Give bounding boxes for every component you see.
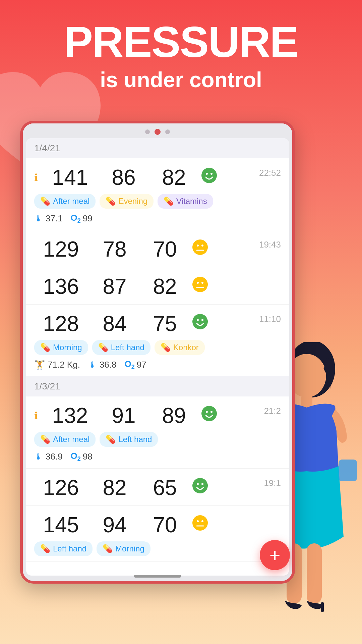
systolic-value: 141: [43, 165, 97, 190]
tag-icon: 💊: [40, 544, 50, 553]
alert-icon: ℹ: [34, 172, 38, 183]
svg-rect-6: [321, 602, 324, 612]
tag-icon: 💊: [103, 544, 113, 553]
weight-value: 71.2 Kg.: [48, 360, 80, 370]
camera-dot-center: [155, 129, 161, 135]
o2-reading: O2 97: [124, 359, 146, 371]
date-header: 1/4/21: [26, 138, 289, 158]
extra-readings: 🏋 71.2 Kg. 🌡 36.8 O2 97: [34, 359, 281, 371]
mood-emoji: [192, 477, 208, 498]
thermometer-icon: 🌡: [34, 451, 43, 462]
mood-emoji: [192, 239, 208, 260]
app-screen: 1/4/21ℹ141868222:52💊After meal💊Evening💊V…: [26, 138, 289, 576]
pulse-value: 89: [150, 403, 197, 428]
thermometer-icon: 🌡: [34, 213, 43, 224]
svg-point-22: [201, 406, 217, 421]
temp-value: 37.1: [46, 213, 63, 224]
svg-point-26: [197, 483, 199, 485]
o2-value: 99: [83, 213, 93, 224]
tag-item: 💊Morning: [97, 541, 150, 556]
svg-point-21: [201, 319, 203, 321]
systolic-value: 126: [34, 475, 88, 500]
reading-row[interactable]: 128847511:10💊Morning💊Left hand💊Konkor 🏋 …: [26, 305, 289, 376]
svg-point-30: [201, 520, 203, 522]
svg-point-13: [201, 245, 203, 247]
o2-label: O2: [71, 451, 81, 463]
svg-rect-5: [307, 543, 322, 604]
weight-icon: 🏋: [34, 360, 45, 370]
reading-time: 22:52: [259, 168, 281, 178]
tags-row: 💊After meal💊Left hand: [34, 432, 281, 447]
temp-reading: 🌡 37.1: [34, 213, 63, 224]
pulse-value: 82: [150, 165, 197, 190]
home-indicator: [134, 575, 181, 578]
reading-row[interactable]: ℹ132918921:2💊After meal💊Left hand 🌡 36.9…: [26, 396, 289, 468]
tag-item: 💊Konkor: [155, 340, 205, 355]
reading-row[interactable]: 1459470💊Left hand💊Morning: [26, 506, 289, 562]
tags-row: 💊Morning💊Left hand💊Konkor: [34, 340, 281, 355]
systolic-value: 129: [34, 237, 88, 262]
pulse-value: 82: [141, 274, 188, 299]
temp-value: 36.8: [100, 360, 117, 370]
reading-time: 21:2: [264, 406, 281, 416]
hero-title: PRESSURE: [20, 20, 342, 64]
svg-point-20: [197, 319, 199, 321]
extra-readings: 🌡 36.9 O2 98: [34, 451, 281, 463]
temp-value: 36.9: [46, 451, 63, 462]
tag-item: 💊Left hand: [92, 340, 150, 355]
pulse-value: 70: [141, 513, 188, 537]
pulse-value: 75: [141, 311, 188, 336]
reading-time: 11:10: [259, 314, 281, 324]
date-header: 1/3/21: [26, 376, 289, 396]
svg-rect-7: [339, 460, 357, 481]
o2-reading: O2 99: [71, 213, 93, 224]
tag-item: 💊After meal: [34, 432, 96, 447]
thermometer-icon: 🌡: [88, 360, 97, 370]
pulse-value: 70: [141, 237, 188, 262]
tag-item: 💊Left hand: [100, 432, 158, 447]
mood-emoji: [192, 276, 208, 297]
diastolic-value: 94: [88, 513, 141, 537]
tag-icon: 💊: [106, 197, 116, 206]
reading-row[interactable]: 1368782: [26, 267, 289, 305]
hero-section: PRESSURE is under control: [0, 20, 362, 93]
add-reading-button[interactable]: +: [260, 540, 290, 570]
temp-reading: 🌡 36.9: [34, 451, 63, 462]
tag-icon: 💊: [40, 435, 50, 444]
svg-point-17: [201, 282, 203, 284]
svg-point-19: [192, 314, 208, 329]
tag-icon: 💊: [106, 435, 116, 444]
tag-item: 💊Left hand: [34, 541, 93, 556]
svg-point-15: [192, 277, 208, 292]
camera-dot-right: [165, 129, 170, 134]
diastolic-value: 84: [88, 311, 141, 336]
svg-point-11: [192, 239, 208, 255]
camera-dots: [23, 123, 292, 138]
reading-row[interactable]: ℹ141868222:52💊After meal💊Evening💊Vitamin…: [26, 158, 289, 230]
o2-label: O2: [71, 213, 81, 224]
systolic-value: 128: [34, 311, 88, 336]
device-frame: 1/4/21ℹ141868222:52💊After meal💊Evening💊V…: [20, 121, 295, 584]
systolic-value: 145: [34, 513, 88, 537]
reading-row[interactable]: 126826519:1: [26, 469, 289, 506]
tag-icon: 💊: [98, 343, 108, 352]
svg-point-9: [206, 173, 208, 175]
tag-icon: 💊: [40, 197, 50, 206]
diastolic-value: 87: [88, 274, 141, 299]
tag-item: 💊Morning: [34, 340, 88, 355]
reading-time: 19:1: [264, 478, 281, 488]
o2-reading: O2 98: [71, 451, 93, 463]
diastolic-value: 91: [97, 403, 150, 428]
diastolic-value: 82: [88, 475, 141, 500]
camera-dot-left: [145, 129, 150, 134]
diastolic-value: 86: [97, 165, 150, 190]
diastolic-value: 78: [88, 237, 141, 262]
tag-item: 💊Evening: [100, 194, 154, 209]
tag-icon: 💊: [40, 343, 50, 352]
reading-row[interactable]: 129787019:43: [26, 230, 289, 267]
svg-point-10: [210, 173, 213, 175]
svg-point-28: [192, 515, 208, 531]
systolic-value: 132: [43, 403, 97, 428]
o2-value: 98: [83, 451, 93, 462]
svg-point-25: [192, 478, 208, 493]
